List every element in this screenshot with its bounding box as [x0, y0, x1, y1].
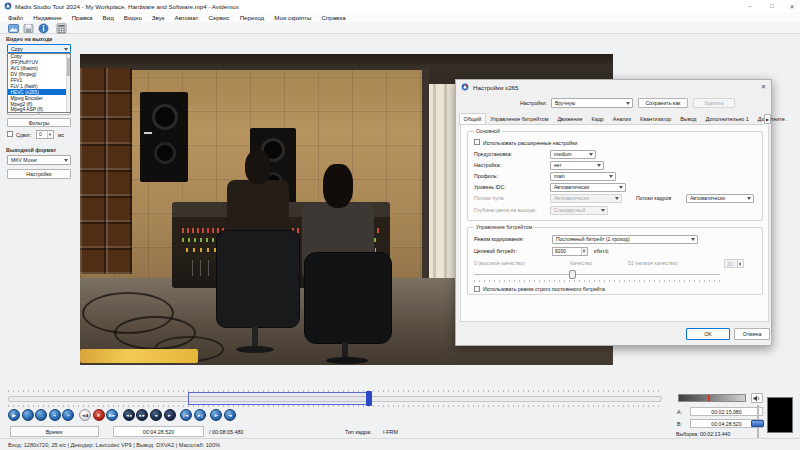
prev-keyframe-button[interactable]: « — [49, 409, 61, 421]
spinner-arrows-icon — [737, 260, 743, 267]
menu-item[interactable]: Переход — [240, 14, 265, 21]
dialog-tab[interactable]: Движение — [553, 113, 587, 124]
advanced-settings-label: Использовать расширенные настройки — [483, 140, 577, 146]
info-icon[interactable] — [38, 23, 49, 34]
calculator-icon[interactable] — [56, 23, 67, 34]
encoding-mode-combo[interactable]: Постоянный битрейт (1 проход) — [552, 235, 698, 244]
play-button[interactable]: ▶ — [8, 409, 20, 421]
profile-value-combo[interactable]: main — [550, 172, 616, 181]
idc-value-combo[interactable]: Автоматически — [550, 183, 626, 192]
quality-slider-track[interactable] — [474, 274, 720, 275]
preset-field-label: Предустановка: — [474, 151, 512, 157]
muxer-combo[interactable]: MKV Muxer — [7, 155, 71, 165]
frame-threads-combo[interactable]: Автоматически — [686, 194, 754, 203]
tune-field-label: Настройка: — [474, 162, 501, 168]
dialog-tab[interactable]: Квантизатор — [636, 113, 676, 124]
save-icon[interactable] — [23, 23, 34, 34]
prev-cut-button[interactable]: ◄ — [150, 409, 162, 421]
video-codec-combo[interactable]: Copy — [7, 44, 71, 53]
next-cut-button[interactable]: ► — [164, 409, 176, 421]
strict-cbr-checkbox[interactable] — [474, 286, 480, 292]
dialog-tab[interactable]: Общий — [459, 113, 486, 124]
dropdown-scrollbar[interactable] — [66, 54, 71, 112]
chevron-down-icon — [609, 175, 613, 178]
preset-value-combo[interactable]: medium — [550, 150, 596, 159]
timeline-selection[interactable] — [188, 392, 372, 405]
gain-bar[interactable] — [678, 394, 746, 402]
first-frame-button[interactable]: |◄ — [180, 409, 192, 421]
delete-button[interactable]: ✕ — [93, 409, 105, 421]
menu-item[interactable]: Звук — [152, 14, 165, 21]
quality-slider-handle[interactable] — [569, 270, 576, 279]
next-black-frame-button[interactable]: ●► — [136, 409, 148, 421]
chevron-down-icon — [64, 48, 68, 51]
goto-marker-a-button[interactable]: ⇤ — [210, 409, 222, 421]
shift-value-spinner[interactable]: 0 — [36, 130, 54, 139]
timeline-position-handle[interactable] — [366, 391, 372, 406]
save-as-button[interactable]: Сохранить как — [638, 98, 688, 108]
app-logo-icon — [4, 2, 12, 10]
menu-item[interactable]: Справка — [321, 14, 345, 21]
shift-checkbox[interactable] — [7, 131, 13, 137]
marker-a-field[interactable]: 00:02:15.080 — [690, 407, 763, 416]
last-frame-button[interactable]: ►| — [194, 409, 206, 421]
menu-item[interactable]: Автомат — [175, 14, 199, 21]
pool-threads-label: Потоки пула — [474, 195, 504, 201]
dialog-close-icon[interactable]: ✕ — [761, 83, 766, 91]
menu-item[interactable]: Сервис — [208, 14, 229, 21]
dialog-tab[interactable]: Дополнительно 1 — [701, 113, 753, 124]
menu-item[interactable]: Файл — [8, 14, 23, 21]
mark-b-button[interactable]: B► — [106, 409, 118, 421]
mark-a-button[interactable]: ◄A — [79, 409, 91, 421]
tune-value-combo[interactable]: нет — [550, 161, 604, 170]
speaker-icon — [753, 395, 761, 402]
target-bitrate-spinner[interactable]: 8200 — [552, 247, 588, 256]
goto-marker-b-button[interactable]: ⇥ — [224, 409, 236, 421]
quality-slider-ticks — [474, 280, 720, 282]
quality-right-label: 51 (низкое качество) — [628, 260, 678, 266]
dialog-tab[interactable]: Дополните.. — [753, 113, 792, 124]
dialog-tab[interactable]: Вывод — [676, 113, 701, 124]
menu-item[interactable]: Мои скрипты — [274, 14, 311, 21]
chevron-down-icon — [691, 238, 695, 241]
dialog-tab[interactable]: Кадр — [587, 113, 608, 124]
cancel-button[interactable]: Отмена — [734, 328, 770, 340]
chevron-down-icon — [597, 164, 601, 167]
menu-item[interactable]: Видео — [124, 14, 142, 21]
volume-slider-handle[interactable] — [751, 420, 764, 427]
main-toolbar — [0, 22, 800, 34]
spinner-arrows-icon[interactable] — [47, 131, 53, 138]
dialog-tab[interactable]: Анализ — [608, 113, 635, 124]
chevron-down-icon — [615, 197, 619, 200]
menu-item[interactable]: Правка — [72, 14, 93, 21]
tab-scroll-right-icon[interactable]: ▶ — [764, 114, 771, 124]
preset-combo[interactable]: Вручную — [551, 98, 633, 108]
dialog-tab[interactable]: Управление битрейтом — [486, 113, 553, 124]
minimize-button[interactable]: – — [742, 1, 758, 11]
open-file-icon[interactable] — [8, 23, 19, 34]
time-label-box[interactable]: Время: — [10, 426, 99, 437]
menu-item[interactable]: Недавние — [33, 14, 61, 21]
advanced-settings-checkbox[interactable] — [474, 139, 480, 145]
spinner-arrows-icon[interactable] — [581, 248, 587, 255]
codec-dropdown-list: Copy(FF)HuffYUVAV1 (libaom)DV (ffmpeg)FF… — [7, 53, 71, 113]
scene-window-frame — [422, 68, 429, 284]
close-button[interactable]: ✕ — [784, 1, 800, 11]
vu-meter — [767, 397, 793, 433]
scene-person-left-head — [245, 150, 271, 184]
prev-black-frame-button[interactable]: ◄● — [123, 409, 135, 421]
chevron-down-icon — [589, 153, 593, 156]
codec-option[interactable]: Mpeg4 ASP (ff) — [8, 107, 70, 113]
prev-frame-button[interactable]: ← — [22, 409, 34, 421]
bit-depth-label: Глубина цвета на выходе: — [474, 207, 537, 213]
next-frame-button[interactable]: → — [35, 409, 47, 421]
delete-preset-button[interactable]: Удалить — [693, 98, 735, 108]
video-filters-button[interactable]: Фильтры — [7, 118, 71, 127]
current-time-field[interactable]: 00:04:28.520 — [113, 426, 204, 437]
mute-button[interactable] — [751, 393, 763, 403]
menu-item[interactable]: Вид — [103, 14, 114, 21]
maximize-button[interactable]: □ — [764, 1, 780, 11]
ok-button[interactable]: OK — [686, 328, 730, 340]
muxer-configure-button[interactable]: Настройки — [7, 169, 71, 179]
next-keyframe-button[interactable]: » — [62, 409, 74, 421]
